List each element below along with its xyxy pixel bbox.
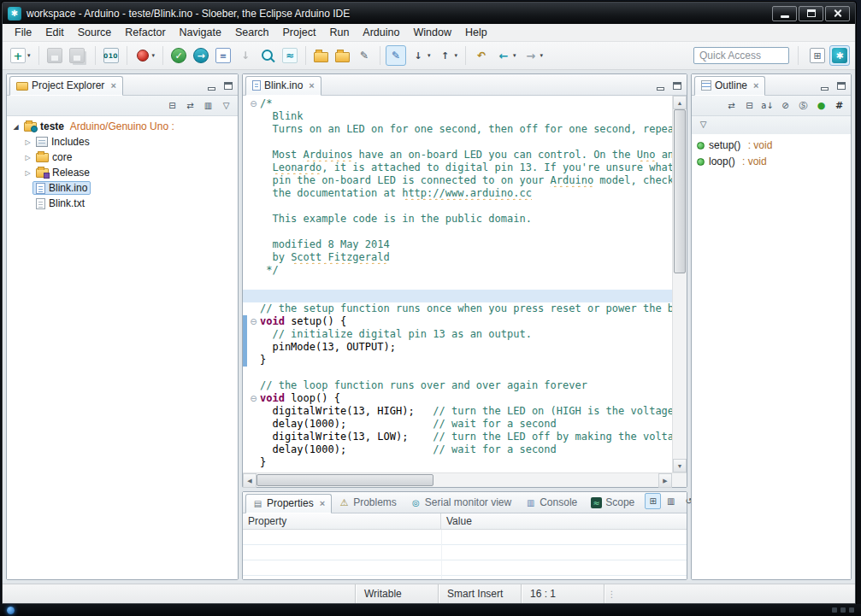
new-sketch-button[interactable]: ≡ (213, 45, 233, 66)
tray-icon[interactable] (849, 607, 854, 613)
menu-navigate[interactable]: Navigate (173, 25, 228, 40)
code-line-5[interactable]: Most Arduinos have an on-board LED you c… (243, 149, 672, 161)
scope-button[interactable]: ≈ (280, 45, 300, 66)
tab-scope[interactable]: ≈Scope (584, 494, 641, 513)
maximize-window-button[interactable] (799, 6, 823, 21)
fold-marker-icon[interactable]: ⊖ (247, 97, 260, 110)
close-tab-icon[interactable]: × (110, 80, 115, 91)
code-line-9[interactable] (243, 200, 672, 213)
fold-marker-icon[interactable]: ⊖ (247, 392, 260, 405)
close-tab-icon[interactable]: × (753, 80, 758, 91)
tree-item-release[interactable]: ▷Release (7, 165, 238, 180)
code-line-21[interactable]: } (243, 354, 672, 367)
menu-file[interactable]: File (8, 25, 38, 40)
menu-help[interactable]: Help (458, 25, 494, 40)
show-advanced-button[interactable]: ▥ (663, 493, 679, 509)
code-line-4[interactable] (243, 136, 672, 149)
show-public-only-button[interactable]: ● (813, 97, 829, 114)
show-categories-button[interactable]: ⊞ (645, 493, 661, 509)
collapse-all-button[interactable]: ⊟ (164, 97, 180, 114)
code-line-25[interactable]: digitalWrite(13, HIGH); // turn the LED … (243, 405, 672, 418)
view-menu-button[interactable]: ▽ (695, 116, 711, 132)
arduino-perspective-button[interactable]: ✱ (829, 45, 850, 66)
tray-icon[interactable] (832, 607, 837, 613)
code-line-15[interactable] (243, 277, 672, 290)
vertical-scrollbar[interactable]: ▲ ▼ (672, 96, 687, 472)
code-lines[interactable]: ⊖/* Blink Turns on an LED on for one sec… (243, 96, 672, 472)
scroll-left-button[interactable]: ◀ (243, 473, 257, 488)
tree-item-core[interactable]: ▷core (7, 150, 238, 165)
menu-run[interactable]: Run (322, 25, 356, 40)
scroll-right-button[interactable]: ▶ (658, 473, 672, 488)
forward-button[interactable]: →▾ (521, 45, 546, 66)
open-sketch-button[interactable] (311, 46, 331, 65)
dropdown-arrow-icon[interactable]: ▾ (540, 52, 544, 59)
chevron-collapsed-icon[interactable]: ▷ (22, 154, 33, 161)
back-button[interactable]: ←▾ (493, 45, 519, 66)
code-line-6[interactable]: Leonardo, it is attached to digital pin … (243, 161, 672, 174)
code-line-10[interactable]: This example code is in the public domai… (243, 213, 672, 226)
outline-item-setup[interactable]: setup() : void (697, 138, 846, 152)
code-line-19[interactable]: // initialize digital pin 13 as an outpu… (243, 328, 672, 341)
dropdown-arrow-icon[interactable]: ▾ (152, 52, 156, 59)
vertical-scroll-thumb[interactable] (674, 109, 686, 273)
outline-items[interactable]: setup() : voidloop() : void (692, 134, 851, 579)
upload-button[interactable]: → (191, 45, 211, 66)
tab-serial-monitor-view[interactable]: ◎Serial monitor view (404, 494, 518, 513)
view-menu-button[interactable]: ▽ (218, 97, 234, 114)
serial-monitor-button[interactable] (257, 45, 278, 66)
tab-console[interactable]: ▥Console (518, 494, 584, 513)
chevron-expanded-icon[interactable]: ◢ (10, 123, 21, 131)
tree-item-blink-txt[interactable]: Blink.txt (7, 196, 238, 211)
horizontal-scrollbar[interactable]: ◀ ▶ (243, 472, 687, 487)
build-button[interactable]: 010 (101, 45, 121, 66)
table-row[interactable] (243, 560, 687, 576)
code-line-16[interactable] (243, 290, 672, 302)
minimize-view-button[interactable] (817, 79, 832, 92)
tab-properties[interactable]: ▤Properties× (245, 494, 332, 513)
tab-project-explorer[interactable]: Project Explorer × (9, 76, 123, 96)
outline-item-loop[interactable]: loop() : void (697, 155, 846, 168)
prev-annotation-button[interactable]: ↑▾ (435, 45, 461, 66)
tree-item-teste[interactable]: ◢teste Arduino/Genuino Uno : (7, 119, 238, 134)
menu-window[interactable]: Window (406, 25, 457, 40)
table-row[interactable] (243, 530, 687, 545)
horizontal-scroll-track[interactable] (257, 473, 658, 487)
filters-button[interactable]: ▥ (200, 97, 216, 114)
link-with-editor-button[interactable]: ⇄ (182, 97, 198, 114)
hide-inactive-button[interactable]: # (831, 97, 847, 114)
column-header-property[interactable]: Property (243, 513, 441, 529)
horizontal-scroll-thumb[interactable] (257, 474, 433, 486)
minimize-view-button[interactable] (204, 79, 219, 92)
code-line-12[interactable]: modified 8 May 2014 (243, 238, 672, 251)
save-all-button[interactable] (67, 45, 90, 66)
mark-occurrences-button[interactable]: ✎ (386, 45, 406, 66)
dropdown-arrow-icon[interactable]: ▾ (513, 52, 516, 59)
hide-fields-button[interactable]: ⊘ (777, 97, 793, 114)
chevron-collapsed-icon[interactable]: ▷ (22, 138, 33, 146)
code-line-1[interactable]: ⊖/* (243, 97, 672, 110)
dropdown-arrow-icon[interactable]: ▾ (428, 52, 431, 59)
close-tab-icon[interactable]: × (309, 80, 314, 91)
launch-run-button[interactable]: ▾ (133, 45, 158, 66)
edit-tools-button[interactable]: ✎ (354, 45, 374, 66)
code-line-27[interactable]: digitalWrite(13, LOW); // turn the LED o… (243, 431, 672, 443)
code-line-18[interactable]: ⊖void setup() { (243, 315, 672, 328)
new-wizard-button[interactable]: +▾ (8, 45, 33, 66)
menu-source[interactable]: Source (71, 25, 119, 40)
minimize-window-button[interactable] (772, 6, 797, 21)
menu-search[interactable]: Search (228, 25, 276, 40)
sort-button[interactable]: a↓ (759, 97, 775, 114)
code-line-22[interactable] (243, 367, 672, 379)
quick-access-input[interactable] (693, 47, 789, 64)
close-window-button[interactable] (825, 6, 850, 21)
scroll-down-button[interactable]: ▼ (673, 459, 687, 472)
menu-arduino[interactable]: Arduino (356, 25, 406, 40)
code-line-17[interactable]: // the setup function runs once when you… (243, 302, 672, 315)
code-line-7[interactable]: pin the on-board LED is connected to on … (243, 174, 672, 187)
code-line-3[interactable]: Turns on an LED on for one second, then … (243, 123, 672, 136)
verify-button[interactable]: ✓ (168, 45, 189, 66)
scroll-up-button[interactable]: ▲ (673, 96, 687, 109)
tab-blink-ino[interactable]: Blink.ino × (245, 76, 321, 96)
dropdown-arrow-icon[interactable]: ▾ (455, 52, 458, 59)
